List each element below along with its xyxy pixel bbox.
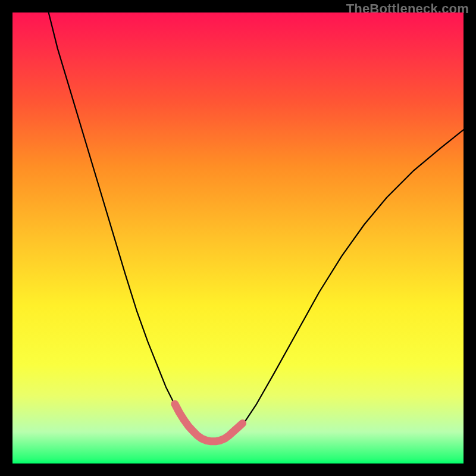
curve-svg	[12, 12, 464, 464]
plot-area	[12, 12, 464, 464]
pink-highlight-path	[175, 404, 243, 441]
black-curve-path	[49, 12, 464, 441]
chart-frame: TheBottleneck.com	[0, 0, 476, 476]
